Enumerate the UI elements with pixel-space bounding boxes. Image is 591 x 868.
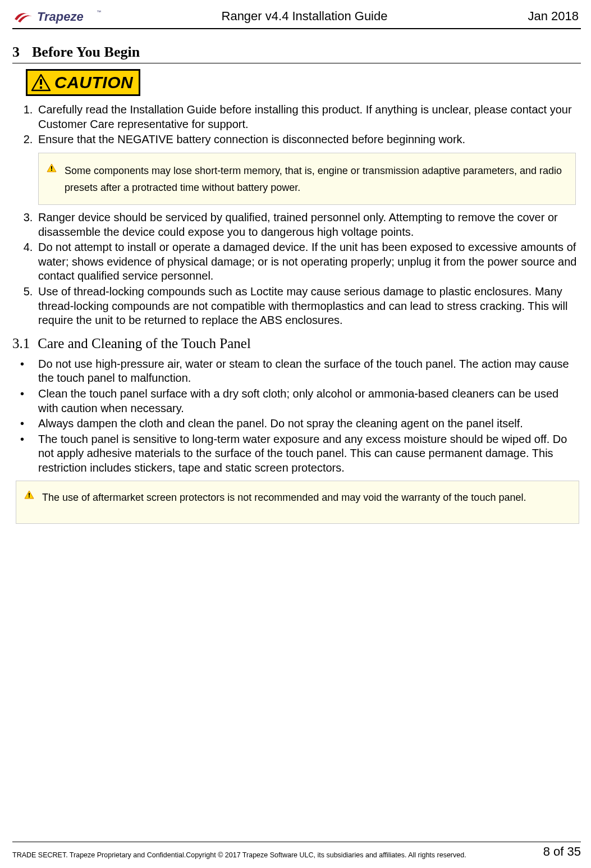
document-date: Jan 2018 <box>500 9 579 25</box>
svg-rect-4 <box>40 86 42 89</box>
note-text: Some components may lose short-term memo… <box>65 162 564 197</box>
list-item: Use of thread-locking compounds such as … <box>36 285 581 328</box>
numbered-list-continued: Ranger device should be serviced by qual… <box>12 211 581 328</box>
list-item: Clean the touch panel surface with a dry… <box>20 387 581 415</box>
page-header: Trapeze ™ Ranger v4.4 Installation Guide… <box>12 8 581 26</box>
list-item: Carefully read the Installation Guide be… <box>36 103 581 131</box>
svg-rect-9 <box>29 493 30 496</box>
section-title: Before You Begin <box>32 44 140 60</box>
list-item: Always dampen the cloth and clean the pa… <box>20 417 581 431</box>
list-item: Do not use high-pressure air, water or s… <box>20 357 581 386</box>
list-item: Ranger device should be serviced by qual… <box>36 211 581 239</box>
list-item: The touch panel is sensitive to long-ter… <box>20 432 581 476</box>
subsection-number: 3.1 <box>12 336 30 351</box>
warning-triangle-icon <box>31 74 51 92</box>
svg-text:Trapeze: Trapeze <box>37 10 84 24</box>
caution-label: CAUTION <box>54 73 133 92</box>
footer-copyright: TRADE SECRET. Trapeze Proprietary and Co… <box>12 851 466 859</box>
svg-text:™: ™ <box>97 10 101 15</box>
page-number: 8 of 35 <box>543 844 581 859</box>
section-heading: 3Before You Begin <box>12 44 581 63</box>
header-divider <box>12 28 581 29</box>
svg-rect-7 <box>51 170 52 171</box>
section-number: 3 <box>12 44 20 60</box>
document-title: Ranger v4.4 Installation Guide <box>109 9 500 25</box>
note-callout: Some components may lose short-term memo… <box>38 153 576 205</box>
page-footer: TRADE SECRET. Trapeze Proprietary and Co… <box>12 842 581 859</box>
caution-sign: CAUTION <box>26 69 140 96</box>
list-item: Ensure that the NEGATIVE battery connect… <box>36 133 581 147</box>
warning-small-icon <box>47 163 57 172</box>
note-text: The use of aftermarket screen protectors… <box>42 489 526 506</box>
svg-rect-3 <box>40 79 42 85</box>
numbered-list: Carefully read the Installation Guide be… <box>12 103 581 147</box>
note-callout: The use of aftermarket screen protectors… <box>16 481 579 524</box>
warning-small-icon <box>24 490 34 499</box>
bullet-list: Do not use high-pressure air, water or s… <box>12 357 581 476</box>
svg-rect-10 <box>29 496 30 497</box>
footer-divider <box>12 842 581 842</box>
svg-rect-6 <box>51 166 52 169</box>
subsection-title: Care and Cleaning of the Touch Panel <box>38 336 251 351</box>
company-logo: Trapeze ™ <box>13 8 109 25</box>
subsection-heading: 3.1Care and Cleaning of the Touch Panel <box>12 336 581 351</box>
list-item: Do not attempt to install or operate a d… <box>36 240 581 284</box>
